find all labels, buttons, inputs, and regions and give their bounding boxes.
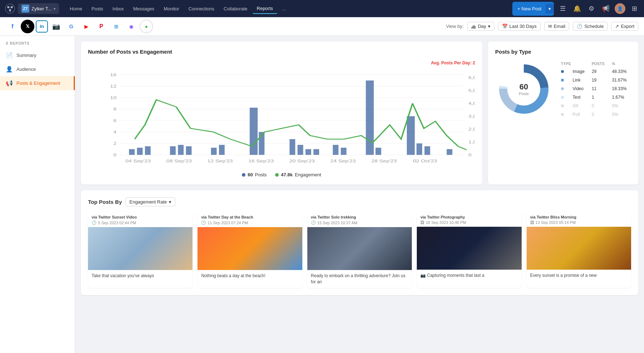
post-header: via Twitter Bliss Morning 🖼 13 Sep 2023 … bbox=[527, 211, 631, 227]
svg-rect-8 bbox=[473, 26, 473, 29]
megaphone-icon[interactable]: 📢 bbox=[600, 3, 611, 14]
sidebar: X REPORTS 📄 Summary 👤 Audience 📢 Posts &… bbox=[0, 36, 75, 353]
list-item[interactable]: via Twitter Solo trekking 🕐 15 Sep 2023 … bbox=[307, 211, 412, 288]
schedule-button[interactable]: 🕐 Schedule bbox=[573, 22, 608, 31]
sort-by-dropdown[interactable]: Engagement Rate ▾ bbox=[126, 197, 175, 206]
tab-google[interactable]: G bbox=[64, 20, 78, 33]
new-post-button[interactable]: + New Post ▾ bbox=[512, 2, 554, 16]
type-row-gif: Gif 0 0% bbox=[558, 102, 631, 110]
post-image bbox=[307, 227, 412, 270]
tab-sprout[interactable]: ● bbox=[140, 20, 153, 33]
sidebar-item-audience[interactable]: 👤 Audience bbox=[0, 62, 75, 76]
user-avatar[interactable]: 👤 bbox=[615, 3, 625, 14]
day-dropdown-icon: ▾ bbox=[488, 24, 491, 29]
post-via: via Twitter Sunset Video bbox=[92, 215, 189, 219]
app-logo bbox=[4, 3, 16, 14]
list-item[interactable]: via Twitter Day at the Beach 🕐 11 Sep 20… bbox=[197, 211, 302, 288]
type-row-video: Video 11 18.33% bbox=[558, 84, 631, 93]
post-date: 🖼 18 Sep 2023 10:46 PM bbox=[420, 220, 518, 225]
col-pct: % bbox=[609, 60, 631, 67]
tab-instagram[interactable]: 📷 bbox=[49, 20, 63, 33]
type-row-link: Link 19 31.67% bbox=[558, 76, 631, 84]
apps-icon[interactable]: ⊞ bbox=[629, 3, 640, 14]
top-navigation: ZT Zylker T... ▾ Home Posts Inbox Messag… bbox=[0, 0, 644, 17]
hamburger-icon[interactable]: ☰ bbox=[557, 3, 568, 14]
svg-text:8: 8 bbox=[113, 107, 117, 111]
tab-facebook[interactable]: f bbox=[6, 20, 19, 33]
svg-rect-45 bbox=[170, 146, 176, 155]
svg-rect-58 bbox=[366, 80, 374, 155]
svg-rect-62 bbox=[424, 146, 430, 155]
nav-inbox[interactable]: Inbox bbox=[108, 4, 128, 14]
svg-rect-55 bbox=[313, 149, 319, 155]
link-dot bbox=[561, 79, 564, 82]
brand-selector[interactable]: ZT Zylker T... ▾ bbox=[18, 3, 59, 14]
nav-more[interactable]: ... bbox=[278, 4, 291, 14]
nav-reports[interactable]: Reports bbox=[253, 4, 278, 14]
tab-linkedin[interactable]: in bbox=[36, 20, 48, 33]
poll-dot bbox=[561, 113, 564, 116]
tab-pinterest[interactable]: P bbox=[94, 20, 108, 33]
post-via: via Twitter Photography bbox=[420, 215, 518, 219]
svg-text:2,000: 2,000 bbox=[468, 127, 475, 131]
nav-home[interactable]: Home bbox=[65, 4, 87, 14]
clock-icon: 🕐 bbox=[577, 24, 582, 29]
post-via: via Twitter Solo trekking bbox=[311, 215, 408, 219]
svg-text:02 Oct'23: 02 Oct'23 bbox=[413, 159, 437, 163]
posts-engagement-chart: 0 2 4 6 8 10 12 16 0 1,000 2,000 3,000 4… bbox=[88, 68, 475, 168]
legend-posts: 60 Posts bbox=[242, 172, 267, 177]
day-selector[interactable]: Day ▾ bbox=[467, 22, 494, 31]
new-post-dropdown[interactable]: ▾ bbox=[546, 4, 554, 14]
svg-text:16: 16 bbox=[110, 73, 117, 77]
summary-icon: 📄 bbox=[6, 52, 13, 59]
svg-text:28 Sep'23: 28 Sep'23 bbox=[371, 159, 397, 163]
post-date: 🕐 11 Sep 2023 07:24 PM bbox=[201, 220, 298, 225]
tab-twitter[interactable]: 𝕏 bbox=[21, 20, 34, 33]
image-icon: 🖼 bbox=[420, 220, 424, 225]
top-posts-section: Top Posts By Engagement Rate ▾ via Twitt… bbox=[81, 190, 638, 295]
post-image bbox=[527, 227, 631, 270]
svg-rect-60 bbox=[407, 116, 415, 155]
text-dot bbox=[561, 96, 564, 99]
svg-rect-54 bbox=[306, 149, 311, 155]
export-button[interactable]: ↗ Export bbox=[611, 22, 638, 31]
list-item[interactable]: via Twitter Photography 🖼 18 Sep 2023 10… bbox=[417, 211, 521, 288]
tab-youtube[interactable]: ▶ bbox=[79, 20, 93, 33]
export-icon: ↗ bbox=[615, 24, 619, 29]
svg-text:10: 10 bbox=[110, 96, 117, 100]
sidebar-item-summary[interactable]: 📄 Summary bbox=[0, 48, 75, 62]
date-range-selector[interactable]: 📅 Last 30 Days bbox=[498, 22, 541, 31]
nav-monitor[interactable]: Monitor bbox=[159, 4, 183, 14]
post-image bbox=[88, 227, 192, 270]
nav-collaborate[interactable]: Collaborate bbox=[219, 4, 252, 14]
sidebar-item-posts-engagement[interactable]: 📢 Posts & Engagement bbox=[0, 76, 75, 90]
top-actions: + New Post ▾ ☰ 🔔 ⚙ 📢 👤 ⊞ bbox=[512, 2, 640, 16]
post-header: via Twitter Solo trekking 🕐 15 Sep 2023 … bbox=[307, 211, 412, 227]
donut-label: Posts bbox=[519, 92, 529, 96]
type-table: TYPE POSTS % Image 29 48.33 bbox=[558, 60, 631, 119]
col-posts: POSTS bbox=[589, 60, 609, 67]
notifications-icon[interactable]: 🔔 bbox=[572, 3, 582, 14]
post-via: via Twitter Day at the Beach bbox=[201, 215, 298, 219]
brand-name: Zylker T... bbox=[31, 6, 52, 11]
list-item[interactable]: via Twitter Sunset Video 🕐 5 Sep 2023 02… bbox=[88, 211, 192, 288]
view-by-label: View by: bbox=[446, 24, 464, 29]
posts-engagement-card: Number of Posts vs Engagement Avg. Posts… bbox=[81, 41, 482, 185]
main-content: Number of Posts vs Engagement Avg. Posts… bbox=[75, 36, 644, 353]
list-item[interactable]: via Twitter Bliss Morning 🖼 13 Sep 2023 … bbox=[527, 211, 631, 288]
type-row-image: Image 29 48.33% bbox=[558, 67, 631, 76]
tab-tumblr[interactable]: ◉ bbox=[125, 20, 138, 33]
settings-icon[interactable]: ⚙ bbox=[586, 3, 597, 14]
view-controls: View by: Day ▾ 📅 Last 30 Days ✉ Email 🕐 … bbox=[446, 22, 638, 31]
svg-rect-7 bbox=[472, 27, 472, 29]
social-tabs-bar: f 𝕏 in 📷 G ▶ P ⊞ ◉ ● View by: Day ▾ 📅 La… bbox=[0, 17, 644, 36]
svg-rect-52 bbox=[289, 139, 295, 155]
nav-messages[interactable]: Messages bbox=[129, 4, 158, 14]
email-button[interactable]: ✉ Email bbox=[544, 22, 570, 31]
nav-connections[interactable]: Connections bbox=[184, 4, 219, 14]
svg-rect-44 bbox=[145, 146, 151, 155]
nav-posts[interactable]: Posts bbox=[87, 4, 108, 14]
engagement-dot bbox=[275, 173, 279, 177]
legend-engagement: 47.8k Engagement bbox=[275, 172, 321, 177]
tab-microsoft[interactable]: ⊞ bbox=[109, 20, 123, 33]
